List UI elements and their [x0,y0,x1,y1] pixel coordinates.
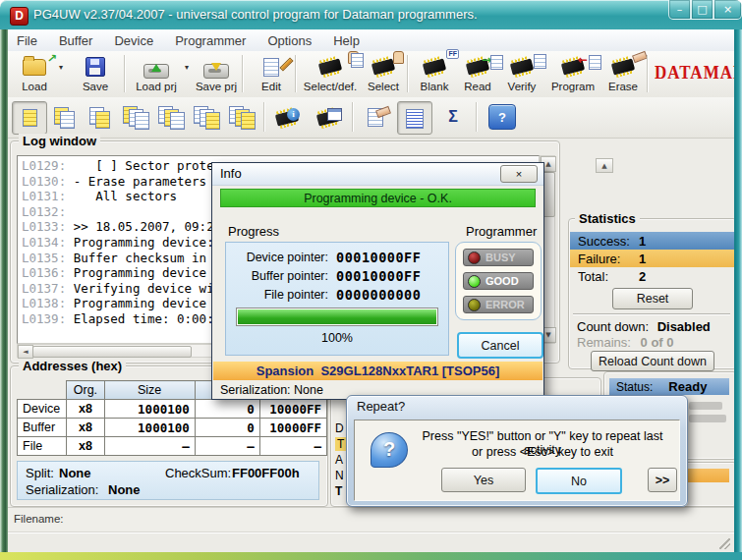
save-floppy-icon [86,57,105,77]
settings-window-icon [327,108,342,121]
success-value: 1 [639,234,646,249]
save-button[interactable]: Save [73,53,118,95]
checksum-button[interactable]: Σ [436,101,470,133]
reset-button[interactable]: Reset [612,288,693,309]
help-icon: ? [488,104,516,130]
menu-help[interactable]: Help [324,31,369,50]
buffer-view-2-button[interactable] [47,101,81,133]
device-info-button[interactable]: i [271,101,305,133]
log-window-title: Log window [19,134,100,148]
select-button[interactable]: Select [362,53,405,95]
save-prj-button[interactable]: Save prj [191,53,242,95]
hand-pointer-icon [393,51,404,64]
sigma-icon: Σ [448,108,458,126]
load-button[interactable]: → Load [12,53,57,95]
select-default-button[interactable]: Select/def. [301,53,360,95]
blank-label: Blank [421,81,449,92]
edit-label: Edit [261,81,281,92]
erase-label: Erase [608,81,638,92]
more-options-button[interactable]: >> [648,468,677,492]
split-label: Split: [26,466,54,480]
load-prj-drive-icon [143,64,169,79]
repeat-dialog-body: ? Press "YES!" button or "Y" key to repe… [354,420,680,501]
table-row: Device x8 1000100 0 10000FF [18,400,327,419]
minimize-icon: – [677,3,683,16]
buffer-view-3-button[interactable] [83,101,116,133]
app-icon: D [10,7,29,26]
programmer-label: Programmer [466,224,537,239]
buffer-view-1-button[interactable] [12,101,47,135]
countdown-value: Disabled [657,319,711,334]
close-button[interactable]: × [713,0,742,20]
cancel-button[interactable]: Cancel [457,332,543,359]
read-button[interactable]: → Read [456,53,499,95]
buffer-view-7-button[interactable] [224,101,257,133]
menu-buffer[interactable]: Buffer [50,31,101,50]
main-toolbar: → Load ▾ Save Load prj ▾ Save prj Edit S… [8,51,734,98]
toolbar-separator [263,102,265,132]
yes-button[interactable]: Yes [441,468,526,492]
total-value: 2 [639,269,646,284]
obscured-text [689,415,726,422]
no-button[interactable]: No [536,468,622,494]
erase-buffer-button[interactable] [360,101,393,133]
menu-file[interactable]: File [8,31,46,50]
countdown-row: Count down: Disabled [577,319,711,334]
busy-led-icon [468,252,481,264]
edit-button[interactable]: Edit [250,53,293,95]
scroll-left-button[interactable]: ◄ [18,345,33,359]
page-icon [589,55,601,70]
device-panel-fragment: T [335,437,346,451]
repeat-message-line2: or press <Esc> key to exit [412,445,673,459]
close-icon: × [723,3,732,16]
menu-programmer[interactable]: Programmer [166,31,255,50]
remains-label: Remains: [577,335,631,350]
minimize-button[interactable]: – [668,0,691,20]
scroll-up-icon: ▲ [545,160,550,168]
select-default-label: Select/def. [304,81,357,92]
load-prj-dropdown-icon[interactable]: ▾ [185,63,189,72]
failure-value: 1 [639,252,646,266]
menu-options[interactable]: Options [258,31,320,50]
verify-button[interactable]: Verify [499,53,544,95]
statistics-group: Statistics Success: 1 Failure: 1 Total: … [568,218,737,369]
success-label: Success: [578,234,630,249]
app-icon-letter: D [15,9,24,23]
status-value: Ready [668,379,707,394]
divider [573,313,730,315]
device-settings-button[interactable] [313,101,346,133]
help-button[interactable]: ? [485,101,519,133]
failure-label: Failure: [578,252,620,266]
scrollbar-thumb[interactable] [32,346,192,358]
chip-icon [371,58,395,75]
maximize-button[interactable]: □ [691,0,713,20]
erase-button[interactable]: Erase [601,53,645,95]
save-prj-drive-icon [203,64,229,79]
info-close-button[interactable]: × [500,165,538,183]
menu-device[interactable]: Device [105,31,162,50]
error-indicator: ERROR [463,296,534,313]
pencil-icon [279,57,293,71]
buffer-pointer-label: Buffer pointer: [226,269,328,283]
reload-countdown-button[interactable]: Reload Count down [591,351,714,371]
buffer-view-6-button[interactable] [189,101,222,133]
resize-grip[interactable] [719,538,730,549]
window-border-right [734,29,742,560]
panel-collapse-button[interactable]: ▲ [596,158,613,173]
blank-button[interactable]: FF Blank [413,53,456,95]
title-bar[interactable]: D PG4UW v2.37/04.2007 - universal contro… [0,0,742,29]
info-dialog-titlebar[interactable]: Info × [212,163,543,186]
status-bar [8,532,734,553]
buffer-view-5-button[interactable] [153,101,187,133]
program-button[interactable]: ← Program [546,53,599,95]
load-folder-icon [23,59,46,76]
serialization-value: None [108,482,141,497]
window-border-bottom [0,552,742,560]
buffer-view-4-button[interactable] [118,101,151,133]
app-window: D PG4UW v2.37/04.2007 - universal contro… [0,0,742,560]
load-prj-button[interactable]: Load prj [130,53,183,95]
toolbar-separator [352,102,354,132]
view-log-button[interactable] [397,101,432,135]
busy-label: BUSY [485,252,516,263]
load-dropdown-icon[interactable]: ▾ [59,63,63,72]
